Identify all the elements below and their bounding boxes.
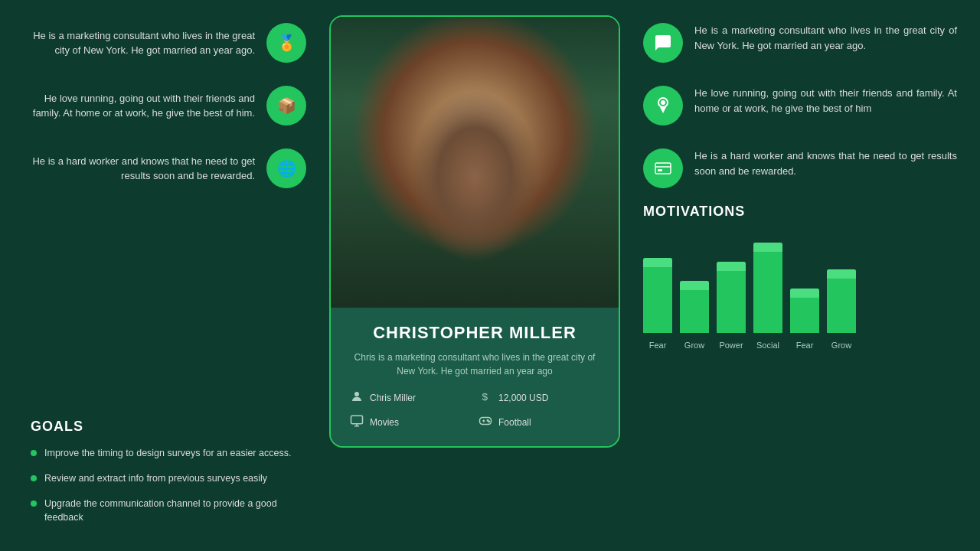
bar-group: Grow bbox=[680, 281, 709, 350]
goal-text-3: Upgrade the communication channel to pro… bbox=[44, 497, 306, 526]
bar-group: Power bbox=[717, 262, 746, 350]
svg-point-23 bbox=[416, 118, 536, 253]
bar-top bbox=[753, 243, 782, 252]
left-traits: He is a marketing consultant who lives i… bbox=[31, 23, 306, 403]
svg-point-8 bbox=[558, 72, 578, 92]
svg-point-34 bbox=[402, 175, 420, 203]
name-value: Chris Miller bbox=[370, 393, 416, 403]
svg-point-30 bbox=[493, 181, 501, 188]
svg-point-29 bbox=[452, 181, 459, 188]
trait-icon-2: 📦 bbox=[266, 86, 306, 126]
svg-point-5 bbox=[393, 71, 414, 93]
detail-name: Chris Miller bbox=[350, 390, 471, 406]
svg-rect-20 bbox=[449, 281, 503, 283]
bar-bar bbox=[753, 243, 782, 333]
right-trait-3: He is a hard worker and knows that he ne… bbox=[643, 148, 957, 188]
goal-text-1: Improve the timing to design surveys for… bbox=[44, 446, 291, 461]
svg-rect-19 bbox=[449, 276, 503, 279]
trait-icon-3: 🌐 bbox=[266, 148, 306, 188]
main-layout: He is a marketing consultant who lives i… bbox=[0, 0, 980, 551]
bar-group: Social bbox=[753, 243, 782, 350]
detail-football: Football bbox=[479, 414, 599, 431]
svg-point-24 bbox=[392, 110, 560, 138]
profile-name: CHRISTOPHER MILLER bbox=[350, 323, 599, 343]
bar-label: Power bbox=[719, 341, 743, 350]
right-column: He is a marketing consultant who lives i… bbox=[628, 0, 980, 551]
svg-rect-38 bbox=[351, 416, 363, 424]
dollar-icon: $ bbox=[479, 390, 492, 406]
bar-top bbox=[827, 269, 856, 279]
page-root: He is a marketing consultant who lives i… bbox=[0, 0, 980, 551]
motivations-title: MOTIVATIONS bbox=[643, 204, 957, 220]
trait-text-3: He is a hard worker and knows that he ne… bbox=[31, 154, 255, 184]
left-column: He is a marketing consultant who lives i… bbox=[0, 0, 322, 551]
goals-section: GOALS Improve the timing to design surve… bbox=[31, 419, 306, 536]
monitor-icon bbox=[350, 414, 364, 431]
detail-salary: $ 12,000 USD bbox=[479, 390, 599, 406]
right-traits: He is a marketing consultant who lives i… bbox=[643, 23, 957, 188]
goal-dot-1 bbox=[31, 450, 37, 456]
svg-point-31 bbox=[467, 190, 485, 214]
center-column: CHRISTOPHER MILLER Chris is a marketing … bbox=[322, 0, 628, 551]
svg-point-28 bbox=[486, 178, 508, 192]
profile-image bbox=[331, 17, 619, 308]
svg-rect-17 bbox=[446, 269, 507, 292]
svg-text:$: $ bbox=[482, 391, 488, 403]
svg-point-25 bbox=[411, 63, 541, 155]
goal-item-3: Upgrade the communication channel to pro… bbox=[31, 497, 306, 526]
bar-chart: FearGrowPowerSocialFearGrow bbox=[643, 231, 957, 354]
bar-bar bbox=[643, 258, 672, 333]
svg-rect-50 bbox=[658, 169, 662, 171]
goal-text-2: Review and extract info from previous su… bbox=[44, 471, 267, 486]
profile-desc: Chris is a marketing consultant who live… bbox=[350, 350, 599, 378]
bar-bar bbox=[790, 289, 819, 333]
right-trait-text-3: He is a hard worker and knows that he ne… bbox=[694, 148, 957, 178]
bar-group: Fear bbox=[790, 289, 819, 350]
gamepad-icon bbox=[479, 414, 492, 431]
trait-icon-1: 🏅 bbox=[266, 23, 306, 63]
person-icon bbox=[350, 390, 364, 406]
trait-text-1: He is a marketing consultant who lives i… bbox=[31, 28, 255, 58]
trait-item-2: He love running, going out with their fr… bbox=[31, 86, 306, 126]
bar-label: Fear bbox=[649, 341, 667, 350]
bar-label: Social bbox=[756, 341, 779, 350]
goals-title: GOALS bbox=[31, 419, 306, 435]
svg-point-14 bbox=[567, 51, 584, 67]
right-trait-1: He is a marketing consultant who lives i… bbox=[643, 23, 957, 63]
svg-point-11 bbox=[421, 54, 439, 72]
bar-label: Fear bbox=[796, 341, 814, 350]
bar-bar bbox=[717, 262, 746, 333]
bar-group: Grow bbox=[827, 269, 856, 350]
trait-text-2: He love running, going out with their fr… bbox=[31, 91, 255, 121]
right-icon-1 bbox=[643, 23, 683, 63]
goal-dot-3 bbox=[31, 500, 37, 507]
face-artwork bbox=[331, 17, 619, 308]
svg-point-36 bbox=[354, 392, 359, 396]
svg-point-26 bbox=[416, 59, 536, 128]
svg-point-7 bbox=[541, 58, 565, 83]
bar-label: Grow bbox=[684, 341, 704, 350]
bar-group: Fear bbox=[643, 258, 672, 350]
svg-rect-0 bbox=[331, 17, 619, 308]
bar-top bbox=[643, 258, 672, 267]
profile-card: CHRISTOPHER MILLER Chris is a marketing … bbox=[329, 15, 620, 448]
svg-point-9 bbox=[533, 51, 550, 67]
movies-value: Movies bbox=[370, 417, 399, 428]
football-value: Football bbox=[498, 417, 531, 428]
right-trait-text-1: He is a marketing consultant who lives i… bbox=[694, 23, 957, 53]
bar-top bbox=[790, 289, 819, 298]
goal-dot-2 bbox=[31, 475, 37, 481]
svg-point-6 bbox=[371, 75, 390, 93]
profile-details: Chris Miller $ 12,000 USD bbox=[350, 390, 599, 431]
svg-rect-48 bbox=[655, 163, 671, 174]
trait-item-3: He is a hard worker and knows that he ne… bbox=[31, 148, 306, 188]
svg-point-45 bbox=[488, 421, 490, 422]
bar-top bbox=[680, 281, 709, 290]
goal-item-1: Improve the timing to design surveys for… bbox=[31, 446, 306, 461]
svg-point-16 bbox=[354, 254, 599, 308]
salary-value: 12,000 USD bbox=[498, 393, 548, 403]
svg-point-15 bbox=[392, 246, 560, 308]
right-trait-2: He love running, going out with their fr… bbox=[643, 86, 957, 126]
svg-point-35 bbox=[532, 175, 550, 203]
goal-item-2: Review and extract info from previous su… bbox=[31, 471, 306, 486]
